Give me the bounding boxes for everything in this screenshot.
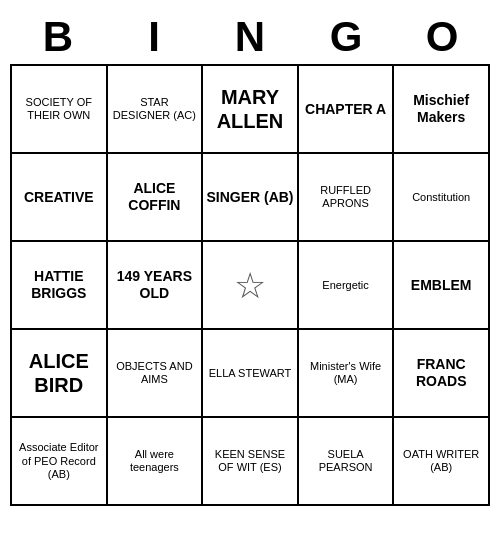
- bingo-card: B I N G O SOCIETY OF THEIR OWN STAR DESI…: [10, 10, 490, 506]
- cell-15: ALICE BIRD: [12, 330, 108, 418]
- bingo-header: B I N G O: [10, 10, 490, 64]
- cell-4: Mischief Makers: [394, 66, 490, 154]
- cell-2: MARY ALLEN: [203, 66, 299, 154]
- letter-n: N: [202, 10, 298, 64]
- letter-g: G: [298, 10, 394, 64]
- cell-5: CREATIVE: [12, 154, 108, 242]
- cell-14: EMBLEM: [394, 242, 490, 330]
- cell-18: Minister's Wife (MA): [299, 330, 395, 418]
- letter-o: O: [394, 10, 490, 64]
- cell-23: SUELA PEARSON: [299, 418, 395, 506]
- cell-19: FRANC ROADS: [394, 330, 490, 418]
- cell-3: CHAPTER A: [299, 66, 395, 154]
- cell-24: OATH WRITER (AB): [394, 418, 490, 506]
- cell-20: Associate Editor of PEO Record (AB): [12, 418, 108, 506]
- cell-12-star: ☆: [203, 242, 299, 330]
- cell-0: SOCIETY OF THEIR OWN: [12, 66, 108, 154]
- cell-22: KEEN SENSE OF WIT (ES): [203, 418, 299, 506]
- cell-1: STAR DESIGNER (AC): [108, 66, 204, 154]
- letter-b: B: [10, 10, 106, 64]
- cell-13: Energetic: [299, 242, 395, 330]
- cell-7: SINGER (AB): [203, 154, 299, 242]
- cell-17: ELLA STEWART: [203, 330, 299, 418]
- cell-6: ALICE COFFIN: [108, 154, 204, 242]
- cell-10: HATTIE BRIGGS: [12, 242, 108, 330]
- cell-16: OBJECTS AND AIMS: [108, 330, 204, 418]
- letter-i: I: [106, 10, 202, 64]
- bingo-grid: SOCIETY OF THEIR OWN STAR DESIGNER (AC) …: [10, 64, 490, 506]
- cell-8: RUFFLED APRONS: [299, 154, 395, 242]
- cell-9: Constitution: [394, 154, 490, 242]
- cell-11: 149 YEARS OLD: [108, 242, 204, 330]
- cell-21: All were teenagers: [108, 418, 204, 506]
